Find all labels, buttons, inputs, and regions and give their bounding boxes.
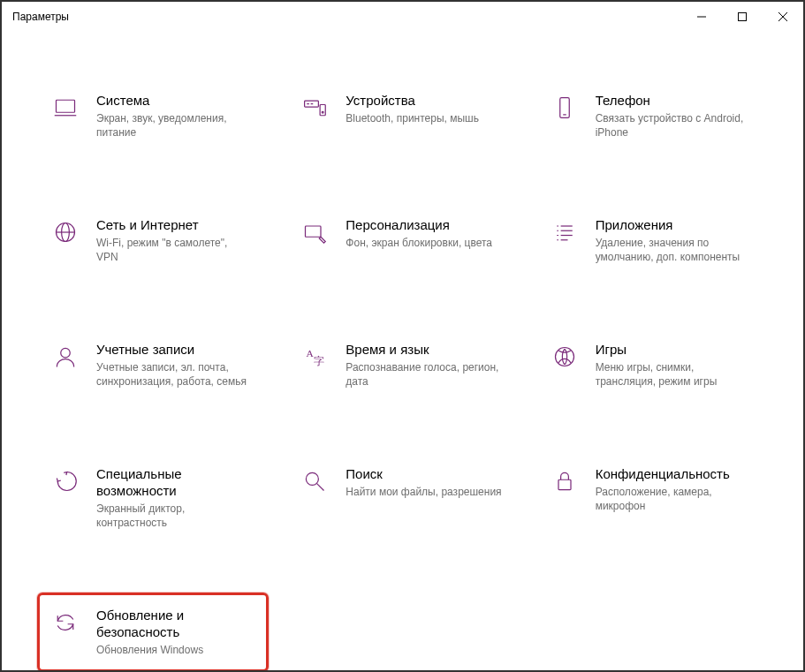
tile-time-language[interactable]: A字 Время и язык Распознавание голоса, ре… xyxy=(286,334,518,396)
globe-icon xyxy=(50,217,80,247)
tile-desc: Wi-Fi, режим "в самолете", VPN xyxy=(96,236,252,264)
tile-apps[interactable]: Приложения Удаление, значения по умолчан… xyxy=(536,209,768,272)
tile-personalization[interactable]: Персонализация Фон, экран блокировки, цв… xyxy=(286,209,518,272)
window-controls xyxy=(681,4,803,30)
tile-desc: Связать устройство с Android, iPhone xyxy=(596,111,751,140)
tile-title: Сеть и Интернет xyxy=(96,217,252,234)
tile-accounts[interactable]: Учетные записи Учетные записи, эл. почта… xyxy=(37,334,269,396)
tile-desc: Обновления Windows xyxy=(96,643,252,657)
tile-update-security[interactable]: Обновление и безопасность Обновления Win… xyxy=(37,593,269,672)
svg-point-29 xyxy=(307,473,319,486)
paintbrush-icon xyxy=(300,217,330,247)
update-icon xyxy=(50,608,80,638)
tile-desc: Фон, экран блокировки, цвета xyxy=(346,236,501,250)
tile-title: Время и язык xyxy=(346,342,501,359)
tile-desc: Учетные записи, эл. почта, синхронизация… xyxy=(96,360,252,389)
tile-title: Приложения xyxy=(596,217,751,234)
window-title: Параметры xyxy=(12,11,681,23)
tile-title: Телефон xyxy=(596,93,751,109)
tile-desc: Меню игры, снимки, трансляция, режим игр… xyxy=(596,360,751,389)
time-language-icon: A字 xyxy=(300,342,330,372)
tile-title: Конфиденциальность xyxy=(596,466,751,483)
tile-desc: Удаление, значения по умолчанию, доп. ко… xyxy=(596,236,751,264)
settings-grid: Система Экран, звук, уведомления, питани… xyxy=(37,85,768,672)
search-icon xyxy=(300,466,330,496)
ease-of-access-icon xyxy=(50,466,80,496)
svg-rect-31 xyxy=(558,480,571,490)
tile-desc: Экранный диктор, контрастность xyxy=(96,502,252,530)
tile-desc: Распознавание голоса, регион, дата xyxy=(346,360,501,389)
svg-rect-16 xyxy=(306,226,322,237)
settings-home: Система Экран, звук, уведомления, питани… xyxy=(2,32,803,672)
tile-title: Специальные возможности xyxy=(96,466,252,500)
tile-desc: Экран, звук, уведомления, питание xyxy=(96,111,252,140)
tile-phone[interactable]: Телефон Связать устройство с Android, iP… xyxy=(536,85,768,147)
tile-ease-of-access[interactable]: Специальные возможности Экранный диктор,… xyxy=(37,458,269,538)
tile-title: Система xyxy=(96,93,252,109)
lock-icon xyxy=(550,466,580,496)
tile-title: Учетные записи xyxy=(96,342,252,359)
person-icon xyxy=(50,342,80,372)
tile-network[interactable]: Сеть и Интернет Wi-Fi, режим "в самолете… xyxy=(37,209,269,272)
svg-point-25 xyxy=(61,349,71,359)
tile-devices[interactable]: Устройства Bluetooth, принтеры, мышь xyxy=(286,85,518,147)
svg-point-8 xyxy=(323,111,324,113)
svg-line-30 xyxy=(317,484,324,491)
tile-search[interactable]: Поиск Найти мои файлы, разрешения xyxy=(286,458,518,538)
tile-desc: Найти мои файлы, разрешения xyxy=(346,485,501,499)
tile-privacy[interactable]: Конфиденциальность Расположение, камера,… xyxy=(536,458,768,538)
system-icon xyxy=(50,93,80,123)
minimize-button[interactable] xyxy=(681,4,722,30)
phone-icon xyxy=(550,93,580,123)
tile-title: Устройства xyxy=(346,93,501,109)
svg-rect-4 xyxy=(57,100,75,112)
tile-title: Обновление и безопасность xyxy=(96,608,252,641)
tile-desc: Bluetooth, принтеры, мышь xyxy=(346,111,501,125)
tile-title: Поиск xyxy=(346,466,501,483)
svg-rect-1 xyxy=(739,13,747,21)
apps-icon xyxy=(550,217,580,247)
maximize-button[interactable] xyxy=(722,4,763,30)
tile-title: Персонализация xyxy=(346,217,501,234)
svg-point-28 xyxy=(555,348,573,366)
titlebar: Параметры xyxy=(2,2,803,32)
xbox-icon xyxy=(550,342,580,372)
tile-system[interactable]: Система Экран, звук, уведомления, питани… xyxy=(37,85,269,147)
tile-gaming[interactable]: Игры Меню игры, снимки, трансляция, режи… xyxy=(536,334,768,396)
close-button[interactable] xyxy=(763,4,803,30)
tile-title: Игры xyxy=(596,342,751,359)
svg-text:A: A xyxy=(307,348,315,359)
svg-text:字: 字 xyxy=(314,355,324,367)
devices-icon xyxy=(300,93,330,123)
tile-desc: Расположение, камера, микрофон xyxy=(596,485,751,513)
svg-rect-7 xyxy=(320,105,325,116)
